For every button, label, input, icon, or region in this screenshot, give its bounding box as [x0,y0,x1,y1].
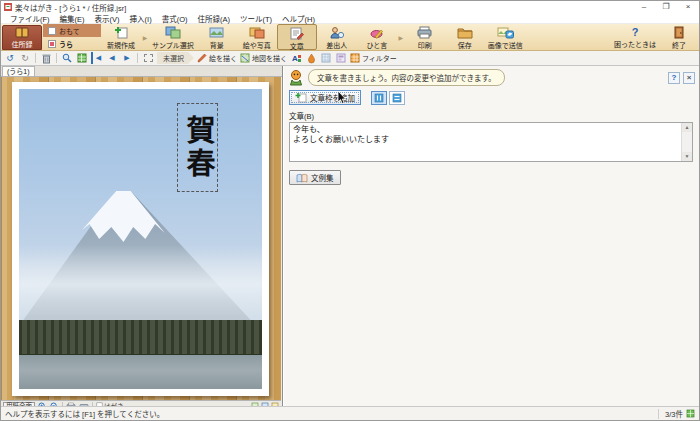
vertical-text-toggle[interactable] [371,91,387,105]
main-toolbar: 住所録 おもて うら 新規作成 ▶ サンプル選択 背景 絵や写真 [1,24,699,51]
panel-close-button[interactable]: × [683,72,695,84]
picture-photo-icon [249,26,265,39]
picture-photo-button[interactable]: 絵や写真 [237,24,277,50]
front-page-icon [48,27,56,35]
close-button[interactable]: × [677,1,699,13]
magnifier-icon [62,53,72,63]
draw-map-label: 地図を描く [252,53,287,63]
lake-band [19,355,262,390]
scroll-down-icon[interactable]: ▼ [682,152,692,161]
selection-state[interactable]: 未選択 [157,52,194,64]
map-icon [240,53,250,63]
horizontal-text-toggle[interactable] [389,91,405,105]
paint-button[interactable] [305,52,317,64]
assistant-mascot-icon [288,69,304,87]
menu-addressbook[interactable]: 住所録(A) [193,13,236,24]
picture-photo-label: 絵や写真 [243,40,271,50]
add-text-frame-button[interactable]: 文章枠を追加 [289,90,361,105]
back-page-icon [48,40,56,48]
canvas-tab-ura1[interactable]: (うら1) [2,66,35,76]
hitokoto-button[interactable]: ひと言 [357,24,397,50]
tab-back-label: うら [59,39,73,49]
app-icon [4,3,12,11]
exit-button[interactable]: 終了 [659,24,699,50]
text-input[interactable]: 今年も、 よろしくお願いいたします ▲ ▼ [289,122,693,162]
undo-button[interactable]: ↺ [4,52,16,64]
sample-select-button[interactable]: サンプル選択 [149,24,197,50]
add-frame-icon [295,92,307,103]
nav-first-button[interactable]: ◀ [91,52,103,64]
draw-map-button[interactable]: 地図を描く [240,52,287,64]
delete-button[interactable] [40,52,52,64]
grid-button-2[interactable] [335,52,347,64]
font-color-button[interactable]: A [290,52,302,64]
filter-button[interactable]: フィルター [350,52,397,64]
window-title: 楽々はがき - [うら1 * / 住所録.jsr] [15,2,126,13]
text-edit-icon [289,27,304,40]
nav-prev-icon: ◀ [109,54,114,62]
text-button[interactable]: 文章 [277,24,317,50]
selection-frame-button[interactable] [142,52,154,64]
address-book-icon [15,27,29,38]
draw-picture-button[interactable]: 絵を描く [197,52,237,64]
printer-icon [417,26,432,39]
sender-button[interactable]: 差出人 [317,24,357,50]
background-button[interactable]: 背景 [197,24,237,50]
greeting-text-frame[interactable]: 賀春 [177,103,218,192]
phrase-samples-button[interactable]: 文例集 [289,170,341,185]
menu-tools[interactable]: ツール(T) [235,13,277,24]
phrase-samples-label: 文例集 [311,172,334,183]
horizontal-text-icon [392,93,402,103]
postcard-preview[interactable]: 賀春 [12,82,269,396]
menu-file[interactable]: ファイル(F) [5,13,55,24]
menu-bar: ファイル(F) 編集(E) 表示(V) 挿入(I) 書式(O) 住所録(A) ツ… [1,13,699,24]
canvas-pane: (うら1) 賀春 用紙全面 [1,66,283,411]
text-panel: 文章を書きましょう。内容の変更や追加ができます。 ? × 文章枠を追加 文章(B… [284,66,699,411]
brush-icon [197,53,207,63]
redo-button[interactable]: ↻ [19,52,31,64]
grid-icon [321,53,331,63]
menu-format[interactable]: 書式(O) [157,13,193,24]
canvas-tab-strip: (うら1) [1,66,282,77]
menu-help[interactable]: ヘルプ(H) [277,13,320,24]
separator [658,409,659,419]
menu-insert[interactable]: 挿入(I) [125,13,157,24]
textbox-scrollbar[interactable]: ▲ ▼ [681,123,692,161]
minimize-button[interactable]: – [633,1,655,13]
assistant-message: 文章を書きましょう。内容の変更や追加ができます。 [308,69,505,86]
tab-front[interactable]: おもて [43,24,101,37]
new-design-button[interactable]: 新規作成 [101,24,141,50]
text-label: 文章 [290,41,304,51]
separator [137,53,138,63]
haze-layer [19,245,262,317]
list-view-button[interactable] [76,52,88,64]
tab-back[interactable]: うら [43,37,101,50]
save-button[interactable]: 保存 [445,24,485,50]
redo-icon: ↻ [21,53,29,63]
nav-next-button[interactable]: ▶ [121,52,133,64]
draw-picture-label: 絵を描く [209,53,237,63]
menu-edit[interactable]: 編集(E) [55,13,90,24]
toolbar-separator: ▶ [397,24,405,50]
menu-view[interactable]: 表示(V) [90,13,125,24]
send-image-button[interactable]: 画像で送信 [485,24,526,50]
hitokoto-label: ひと言 [366,40,387,50]
separator [56,53,57,63]
main-content: (うら1) 賀春 用紙全面 [1,66,699,411]
grid-button-1[interactable] [320,52,332,64]
address-book-button[interactable]: 住所録 [2,25,42,50]
app-window: 楽々はがき - [うら1 * / 住所録.jsr] – ❐ × ファイル(F) … [0,0,700,421]
search-button[interactable] [61,52,73,64]
maximize-button[interactable]: ❐ [655,1,677,13]
scroll-up-icon[interactable]: ▲ [682,123,692,132]
trash-icon [42,53,51,64]
record-grid-icon [686,409,695,418]
toolbar-right-group: ? 困ったときは 終了 [611,24,699,50]
print-button[interactable]: 印刷 [405,24,445,50]
help-button[interactable]: ? 困ったときは [611,24,659,50]
window-controls: – ❐ × [633,1,699,13]
layout-icon [336,53,346,63]
panel-help-button[interactable]: ? [668,72,680,84]
exit-label: 終了 [672,40,686,50]
nav-prev-button[interactable]: ◀ [106,52,118,64]
